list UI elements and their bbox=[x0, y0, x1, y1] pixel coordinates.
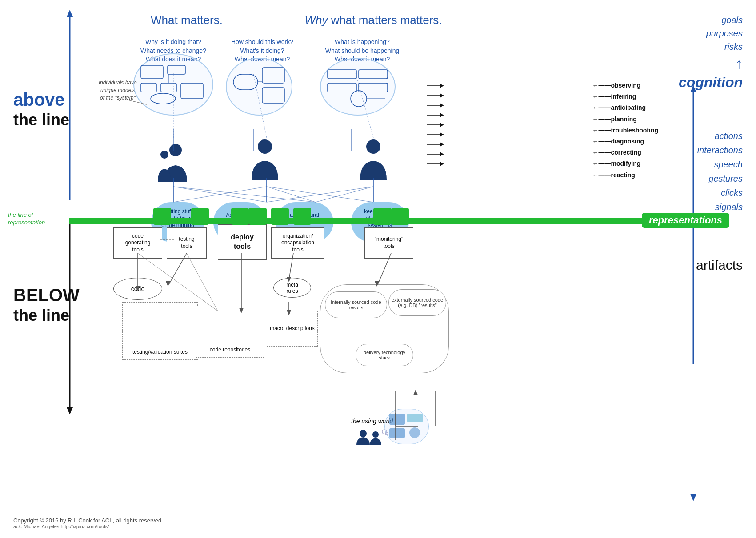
svg-line-15 bbox=[267, 187, 373, 202]
goals-list: goals purposes risks bbox=[679, 13, 743, 53]
tool-testing: testing tools bbox=[167, 227, 207, 259]
svg-point-88 bbox=[366, 139, 380, 154]
artifacts-label: artifacts bbox=[696, 258, 743, 273]
svg-line-17 bbox=[173, 187, 316, 202]
svg-rect-94 bbox=[407, 414, 423, 422]
svg-rect-66 bbox=[168, 65, 185, 74]
tool-code-generating: code generating tools bbox=[113, 227, 162, 259]
actions-list: actions interactions speech gestures cli… bbox=[697, 129, 743, 214]
copyright-text: Copyright © 2016 by R.I. Cook for ACL, a… bbox=[13, 517, 161, 524]
ack-text: ack: Michael Angeles http://ixpinz.com/t… bbox=[13, 524, 161, 529]
the-line-above-text: the line bbox=[13, 110, 69, 129]
svg-marker-29 bbox=[166, 281, 170, 287]
testing-validation-box: testing/validation suites bbox=[122, 302, 198, 360]
above-label: above the line bbox=[13, 89, 69, 129]
svg-marker-48 bbox=[440, 113, 444, 117]
svg-point-86 bbox=[262, 139, 264, 141]
act-modifying: ←——modifying bbox=[592, 158, 658, 169]
macro-descriptions-label: macro descriptions bbox=[267, 325, 317, 332]
using-world-cloud bbox=[384, 409, 429, 444]
svg-point-84 bbox=[160, 151, 168, 159]
header-why-matters: Why what matters matters. bbox=[289, 13, 458, 27]
svg-rect-79 bbox=[328, 83, 356, 92]
act-diagnosing: ←——diagnosing bbox=[592, 136, 658, 147]
svg-rect-65 bbox=[141, 65, 163, 79]
svg-marker-50 bbox=[440, 123, 444, 127]
act-troubleshooting: ←——troubleshooting bbox=[592, 125, 658, 136]
delivery-cloud: delivery technology stack bbox=[356, 344, 413, 366]
svg-point-89 bbox=[360, 430, 367, 437]
svg-point-83 bbox=[169, 144, 182, 156]
cylinder-7 bbox=[373, 208, 391, 225]
svg-rect-74 bbox=[262, 68, 284, 83]
svg-marker-54 bbox=[440, 142, 444, 147]
svg-marker-44 bbox=[440, 93, 444, 98]
the-line-below-text: the line bbox=[13, 306, 80, 325]
svg-rect-67 bbox=[141, 83, 156, 92]
svg-rect-78 bbox=[359, 70, 388, 79]
below-label: BELOW the line bbox=[13, 284, 80, 325]
copyright-section: Copyright © 2016 by R.I. Cook for ACL, a… bbox=[13, 517, 161, 529]
svg-rect-93 bbox=[389, 414, 405, 425]
cloud-lower-main: internally sourced code results external… bbox=[320, 284, 449, 373]
act-anticipating: ←——anticipating bbox=[592, 102, 658, 113]
svg-line-14 bbox=[267, 187, 373, 202]
svg-point-70 bbox=[151, 93, 176, 104]
svg-point-90 bbox=[372, 431, 379, 438]
person-2 bbox=[247, 138, 283, 182]
rep-line-label-left: the line of representation bbox=[8, 211, 45, 227]
svg-marker-7 bbox=[690, 494, 696, 501]
cloud-thought-2 bbox=[226, 58, 292, 116]
svg-point-96 bbox=[409, 427, 420, 438]
cylinder-5 bbox=[271, 208, 289, 225]
svg-rect-77 bbox=[328, 70, 356, 79]
svg-line-18 bbox=[316, 187, 373, 202]
cylinder-1 bbox=[153, 208, 171, 225]
internally-sourced-cloud: internally sourced code results bbox=[325, 291, 387, 318]
svg-rect-75 bbox=[262, 88, 284, 103]
svg-rect-68 bbox=[161, 83, 176, 92]
cylinder-4 bbox=[249, 208, 267, 225]
svg-line-12 bbox=[173, 187, 267, 202]
cognition-title: cognition bbox=[679, 74, 743, 91]
person-3 bbox=[356, 138, 391, 182]
rep-line-label-right: representations bbox=[642, 213, 729, 228]
cylinder-8 bbox=[391, 208, 409, 225]
svg-rect-73 bbox=[233, 74, 258, 90]
using-world-area: the using world bbox=[351, 418, 393, 448]
testing-validation-label: testing/validation suites bbox=[123, 349, 197, 356]
tool-monitoring: "monitoring" tools bbox=[364, 227, 413, 259]
why-rest: what matters matters. bbox=[328, 13, 442, 27]
svg-marker-1 bbox=[67, 10, 73, 17]
cognition-section: goals purposes risks ↑ cognition bbox=[679, 13, 743, 91]
actions-section: actions interactions speech gestures cli… bbox=[697, 129, 743, 214]
svg-marker-42 bbox=[440, 84, 444, 88]
svg-point-85 bbox=[258, 139, 272, 154]
act-inferring: ←——inferring bbox=[592, 91, 658, 102]
svg-marker-56 bbox=[440, 152, 444, 156]
above-text: above bbox=[13, 89, 69, 110]
act-observing: ←——observing bbox=[592, 80, 658, 91]
act-correcting: ←——correcting bbox=[592, 147, 658, 158]
code-repositories-label: code repositories bbox=[196, 347, 264, 354]
cylinder-3 bbox=[231, 208, 249, 225]
svg-point-81 bbox=[351, 91, 367, 107]
externally-sourced-cloud: externally sourced code (e.g. DB) "resul… bbox=[388, 289, 446, 316]
svg-rect-69 bbox=[181, 83, 203, 99]
header-what-matters: What matters. bbox=[138, 13, 236, 27]
act-planning: ←——planning bbox=[592, 114, 658, 125]
svg-line-16 bbox=[267, 187, 316, 202]
person-1 bbox=[153, 142, 193, 184]
tool-organization: organization/ encapsulation tools bbox=[271, 227, 324, 259]
act-reacting: ←——reacting bbox=[592, 170, 658, 181]
cognitive-acts-list: ←——observing ←——inferring ←——anticipatin… bbox=[592, 80, 658, 181]
tool-deploy: deploy tools bbox=[218, 224, 267, 260]
artifact-code: code bbox=[113, 278, 162, 300]
why-em: Why bbox=[304, 13, 328, 27]
svg-line-13 bbox=[173, 187, 267, 202]
cloud-thought-1 bbox=[133, 53, 213, 116]
svg-rect-80 bbox=[359, 83, 388, 92]
svg-rect-95 bbox=[389, 428, 405, 438]
code-repositories-box: code repositories bbox=[196, 307, 264, 358]
below-text: BELOW bbox=[13, 284, 80, 306]
